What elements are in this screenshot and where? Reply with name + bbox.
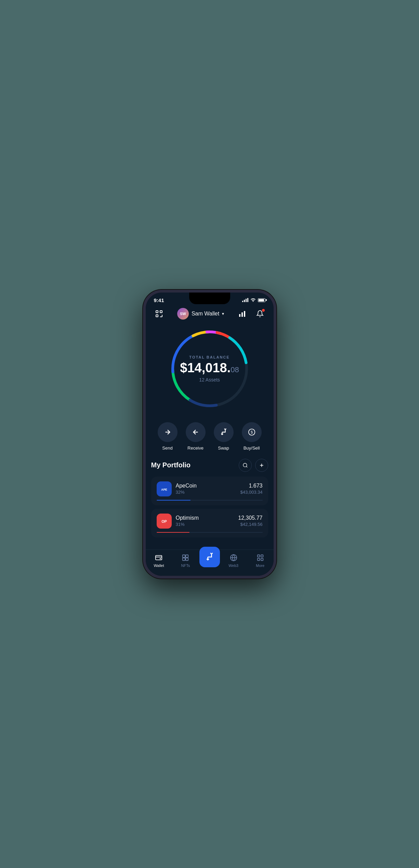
web3-nav-label: Web3 (228, 563, 238, 568)
portfolio-title: My Portfolio (151, 461, 191, 469)
wallet-icon (154, 553, 163, 562)
portfolio-header: My Portfolio (151, 459, 268, 472)
balance-whole: $14,018. (180, 361, 231, 375)
action-buttons: Send Receive (146, 417, 274, 459)
header-actions (236, 307, 266, 320)
notch (189, 293, 230, 304)
svg-point-22 (243, 463, 247, 467)
optimism-progress-bar (157, 532, 263, 533)
receive-label: Receive (187, 445, 204, 451)
chart-icon[interactable] (236, 307, 249, 320)
nav-more[interactable]: More (247, 553, 274, 568)
svg-rect-40 (261, 555, 263, 557)
nfts-icon (181, 553, 190, 562)
svg-rect-1 (160, 311, 162, 313)
wallet-nav-label: Wallet (154, 563, 164, 568)
bell-icon[interactable] (253, 307, 266, 320)
buysell-button[interactable]: $ Buy/Sell (242, 422, 262, 451)
apecoin-progress-bar (157, 500, 263, 501)
apecoin-amount: 1.673 (240, 483, 262, 489)
optimism-logo: OP (157, 514, 172, 529)
apecoin-name: ApeCoin (176, 483, 236, 489)
balance-assets: 12 Assets (180, 377, 239, 383)
balance-section: TOTAL BALANCE $14,018.08 12 Assets (146, 324, 274, 417)
svg-rect-0 (156, 311, 158, 313)
balance-label: TOTAL BALANCE (180, 355, 239, 359)
swap-label: Swap (218, 445, 229, 451)
scan-icon[interactable] (153, 307, 166, 320)
wifi-icon (250, 297, 256, 303)
chevron-down-icon: ▾ (222, 311, 224, 316)
apecoin-usd: $43,003.34 (240, 490, 262, 495)
svg-text:OP: OP (161, 519, 167, 523)
svg-point-32 (160, 558, 161, 559)
phone-screen: 9:41 (146, 293, 274, 576)
svg-rect-35 (183, 558, 185, 560)
svg-rect-36 (186, 558, 188, 560)
wallet-selector[interactable]: SW Sam Wallet ▾ (177, 308, 224, 320)
avatar: SW (177, 308, 189, 320)
web3-icon (229, 553, 238, 562)
svg-line-23 (246, 466, 247, 467)
buysell-label: Buy/Sell (244, 445, 260, 451)
swap-button[interactable]: Swap (214, 422, 234, 451)
balance-amount: $14,018.08 (180, 361, 239, 374)
balance-cents: 08 (231, 365, 239, 374)
optimism-percent: 31% (176, 522, 234, 527)
nav-web3[interactable]: Web3 (220, 553, 247, 568)
nav-center (199, 554, 220, 567)
asset-item-apecoin[interactable]: APE ApeCoin 32% 1.673 $43,003.34 (151, 477, 268, 505)
svg-text:$: $ (250, 430, 252, 434)
balance-info: TOTAL BALANCE $14,018.08 12 Assets (180, 355, 239, 383)
receive-button[interactable]: Receive (186, 422, 206, 451)
apecoin-logo: APE (157, 481, 172, 496)
portfolio-section: My Portfolio (146, 459, 274, 537)
nfts-nav-label: NFTs (181, 563, 190, 568)
send-button[interactable]: Send (158, 422, 178, 451)
portfolio-actions (239, 459, 268, 472)
svg-rect-39 (257, 555, 259, 557)
more-nav-label: More (256, 563, 264, 568)
portfolio-add-button[interactable] (255, 459, 268, 472)
signal-icon (242, 298, 248, 302)
svg-rect-30 (156, 555, 162, 560)
svg-rect-8 (241, 312, 243, 317)
app-header: SW Sam Wallet ▾ (146, 305, 274, 324)
optimism-amount: 12,305.77 (238, 515, 262, 521)
svg-rect-7 (239, 314, 240, 317)
svg-rect-9 (244, 311, 245, 317)
balance-ring: TOTAL BALANCE $14,018.08 12 Assets (169, 328, 251, 410)
svg-rect-34 (186, 555, 188, 557)
nav-wallet[interactable]: Wallet (146, 553, 172, 568)
apecoin-percent: 32% (176, 490, 236, 495)
svg-rect-41 (257, 558, 259, 560)
bottom-nav: Wallet NFTs (146, 549, 274, 576)
wallet-name: Sam Wallet (192, 311, 219, 317)
portfolio-search-button[interactable] (239, 459, 252, 472)
notification-badge (262, 309, 265, 312)
status-icons (242, 297, 265, 303)
more-icon (256, 553, 265, 562)
svg-text:APE: APE (161, 488, 167, 491)
nav-nfts[interactable]: NFTs (172, 553, 199, 568)
center-action-button[interactable] (199, 547, 220, 567)
battery-icon (258, 298, 265, 302)
asset-item-optimism[interactable]: OP Optimism 31% 12,305.77 $42,149.56 (151, 509, 268, 537)
status-time: 9:41 (154, 297, 164, 303)
send-label: Send (162, 445, 172, 451)
optimism-name: Optimism (176, 515, 234, 521)
optimism-usd: $42,149.56 (238, 522, 262, 527)
svg-rect-42 (261, 558, 263, 560)
svg-rect-33 (183, 555, 185, 557)
svg-rect-2 (156, 315, 158, 317)
phone-frame: 9:41 (143, 290, 276, 579)
